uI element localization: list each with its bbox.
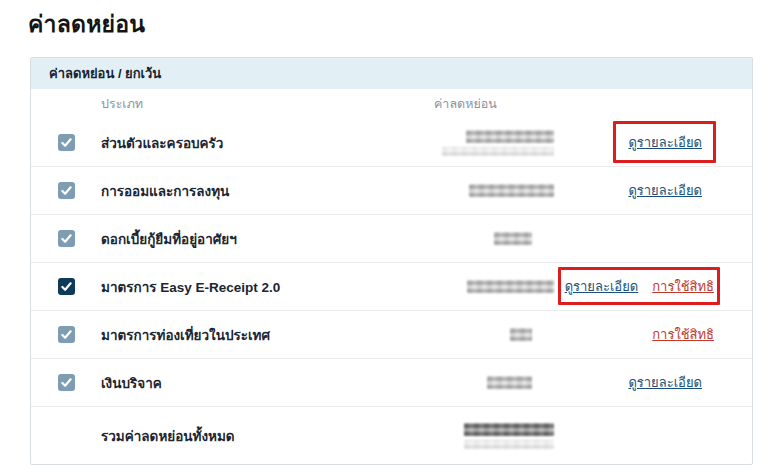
checkbox-checked[interactable] (58, 326, 75, 343)
redacted-amount (466, 130, 554, 143)
row-label: มาตรการท่องเที่ยวในประเทศ (101, 324, 434, 346)
checkbox-checked[interactable] (58, 230, 75, 247)
deduction-row-savings-investment: การออมและการลงทุน ดูรายละเอียด (31, 167, 752, 215)
row-label: เงินบริจาค (101, 372, 434, 394)
deduction-row-donations: เงินบริจาค ดูรายละเอียด (31, 359, 752, 407)
usage-rights-link[interactable]: การใช้สิทธิ (652, 276, 714, 297)
deduction-row-easy-e-receipt: มาตรการ Easy E-Receipt 2.0 ดูรายละเอียด … (31, 263, 752, 311)
deduction-row-personal-family: ส่วนตัวและครอบครัว ดูรายละเอียด (31, 119, 752, 167)
column-header-row: ประเภท ค่าลดหย่อน (31, 89, 752, 119)
deductions-page: ค่าลดหย่อน ค่าลดหย่อน / ยกเว้น ประเภท ค่… (0, 0, 769, 473)
deductions-panel: ค่าลดหย่อน / ยกเว้น ประเภท ค่าลดหย่อน ส่… (30, 57, 753, 465)
checkbox-checked[interactable] (58, 134, 75, 151)
redacted-total-subline (464, 440, 554, 449)
row-label: ส่วนตัวและครอบครัว (101, 132, 434, 154)
checkmark-icon (61, 233, 72, 244)
checkmark-icon (61, 281, 72, 292)
checkmark-icon (61, 377, 72, 388)
usage-rights-link[interactable]: การใช้สิทธิ (652, 324, 714, 345)
page-title: ค่าลดหย่อน (28, 6, 145, 42)
view-details-link[interactable]: ดูรายละเอียด (628, 132, 702, 153)
total-deductions-row: รวมค่าลดหย่อนทั้งหมด (31, 407, 752, 464)
redacted-amount (467, 280, 554, 293)
deduction-row-home-loan-interest: ดอกเบี้ยกู้ยืมที่อยู่อาศัยฯ (31, 215, 752, 263)
row-label: มาตรการ Easy E-Receipt 2.0 (101, 276, 434, 298)
redacted-amount (469, 184, 554, 197)
column-header-deduction: ค่าลดหย่อน (434, 94, 497, 114)
redacted-total-amount (464, 423, 554, 436)
redacted-amount (487, 376, 532, 389)
checkmark-icon (61, 137, 72, 148)
deduction-row-domestic-tourism: มาตรการท่องเที่ยวในประเทศ การใช้สิทธิ (31, 311, 752, 359)
checkbox-checked-dark[interactable] (58, 278, 75, 295)
column-header-type: ประเภท (101, 94, 434, 114)
panel-header-title: ค่าลดหย่อน / ยกเว้น (49, 63, 161, 84)
checkmark-icon (61, 185, 72, 196)
view-details-link[interactable]: ดูรายละเอียด (565, 276, 639, 297)
checkbox-checked[interactable] (58, 374, 75, 391)
redacted-amount (494, 232, 532, 245)
checkmark-icon (61, 329, 72, 340)
row-label: การออมและการลงทุน (101, 180, 434, 202)
redacted-amount (510, 328, 532, 341)
row-label: ดอกเบี้ยกู้ยืมที่อยู่อาศัยฯ (101, 228, 434, 250)
panel-header: ค่าลดหย่อน / ยกเว้น (31, 58, 752, 89)
checkbox-checked[interactable] (58, 182, 75, 199)
redacted-amount-subline (442, 147, 554, 156)
view-details-link[interactable]: ดูรายละเอียด (628, 372, 702, 393)
total-label: รวมค่าลดหย่อนทั้งหมด (101, 425, 434, 447)
view-details-link[interactable]: ดูรายละเอียด (628, 180, 702, 201)
